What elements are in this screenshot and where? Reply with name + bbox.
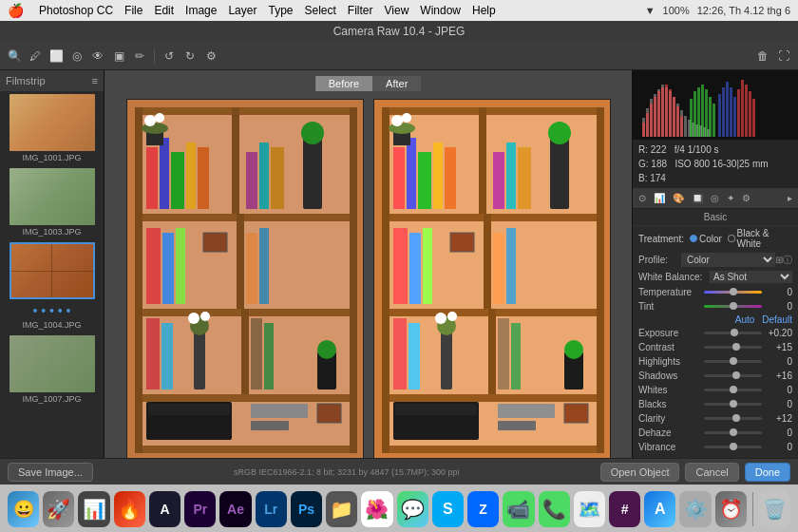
fullscreen-icon[interactable]: ⛶ [775, 48, 792, 65]
dock-launchpad[interactable]: 🚀 [43, 491, 74, 527]
dock-facetime[interactable]: 📹 [503, 491, 534, 527]
menu-edit[interactable]: Edit [154, 4, 174, 17]
dock-finder[interactable]: 😀 [8, 491, 39, 527]
vibrance-thumb[interactable] [730, 443, 737, 450]
panel-icon-effects[interactable]: ✦ [725, 191, 736, 205]
panel-icon-calibration[interactable]: ⚙ [740, 191, 752, 205]
tint-slider[interactable] [704, 305, 762, 308]
dock-maps[interactable]: 🗺️ [574, 491, 605, 527]
treatment-color-radio[interactable] [690, 235, 697, 242]
dock-aftereffects[interactable]: Ae [219, 491, 251, 527]
panel-collapse-icon[interactable]: ▸ [786, 191, 794, 205]
highlights-slider[interactable] [704, 360, 762, 363]
gradient-tool[interactable]: ▣ [110, 48, 127, 65]
default-button[interactable]: Default [762, 314, 792, 325]
blacks-thumb[interactable] [730, 400, 737, 408]
crop-tool[interactable]: ⬜ [48, 48, 65, 65]
cancel-button[interactable]: Cancel [685, 463, 738, 482]
svg-rect-130 [694, 91, 696, 137]
zoom-tool[interactable]: 🔍 [6, 48, 23, 65]
whites-slider[interactable] [704, 389, 762, 391]
open-object-button[interactable]: Open Object [600, 463, 680, 482]
profile-info-icon[interactable]: ⓘ [783, 254, 792, 267]
dock-premiere[interactable]: Pr [184, 491, 216, 527]
panel-icon-curves[interactable]: 📊 [652, 191, 667, 205]
vibrance-slider[interactable] [704, 446, 762, 448]
profile-select[interactable]: Color [681, 253, 775, 267]
settings-icon[interactable]: ⚙ [202, 48, 219, 65]
dock-files[interactable]: 📁 [326, 491, 357, 527]
menu-layer[interactable]: Layer [228, 4, 256, 17]
apple-menu[interactable]: 🍎 [8, 3, 24, 18]
dock-photoshop[interactable]: Ps [291, 491, 322, 527]
dock-messages[interactable]: 💬 [397, 491, 428, 527]
contrast-slider[interactable] [704, 346, 762, 349]
done-button[interactable]: Done [745, 463, 790, 482]
menu-type[interactable]: Type [268, 4, 293, 17]
dock-unknown1[interactable]: 🔥 [114, 491, 145, 527]
treatment-bw-option[interactable]: Black & White [728, 228, 792, 249]
treatment-color-option[interactable]: Color [690, 234, 722, 244]
menu-photoshop[interactable]: Photoshop CC [39, 4, 113, 17]
panel-icon-hsl[interactable]: 🎨 [671, 191, 686, 205]
dock-affinity[interactable]: A [149, 491, 180, 527]
profile-browse-icon[interactable]: ⊞ [775, 255, 783, 265]
dehaze-thumb[interactable] [730, 428, 737, 436]
clarity-thumb[interactable] [732, 414, 740, 422]
wb-select[interactable]: As Shot [710, 271, 792, 283]
exposure-slider[interactable] [704, 332, 762, 334]
shadows-slider[interactable] [704, 374, 762, 377]
blacks-slider[interactable] [704, 403, 762, 406]
dock-timemachine[interactable]: ⏰ [715, 491, 747, 527]
rotate-cw[interactable]: ↻ [181, 48, 199, 65]
dock-zalo[interactable]: Z [467, 491, 499, 527]
brush-tool[interactable]: ✏ [131, 48, 148, 65]
film-item-1007[interactable]: IMG_1007.JPG [0, 332, 104, 407]
menu-window[interactable]: Window [420, 4, 461, 17]
highlights-thumb[interactable] [730, 357, 737, 365]
dock-appstore[interactable]: A [644, 491, 675, 527]
dock-slack[interactable]: # [609, 491, 640, 527]
dock-phone[interactable]: 📞 [539, 491, 570, 527]
temperature-thumb[interactable] [730, 288, 737, 295]
film-item-1003[interactable]: IMG_1003.JPG [0, 165, 104, 239]
dock-activity[interactable]: 📊 [78, 491, 109, 527]
panel-icon-detail[interactable]: 🔲 [690, 191, 705, 205]
svg-rect-7 [135, 107, 142, 453]
menu-filter[interactable]: Filter [348, 4, 373, 17]
trash-icon[interactable]: 🗑 [754, 48, 771, 65]
clarity-slider[interactable] [704, 417, 762, 420]
dehaze-slider[interactable] [704, 431, 762, 434]
panel-icon-lens[interactable]: ◎ [709, 191, 721, 205]
before-button[interactable]: Before [315, 76, 372, 91]
save-image-button[interactable]: Save Image... [8, 463, 93, 482]
dock-sysprefs[interactable]: ⚙️ [679, 491, 711, 527]
after-button[interactable]: After [372, 76, 421, 91]
menu-image[interactable]: Image [185, 4, 217, 17]
shadows-thumb[interactable] [732, 371, 740, 379]
dock-photos[interactable]: 🌺 [361, 491, 392, 527]
contrast-thumb[interactable] [732, 343, 740, 351]
heal-tool[interactable]: ◎ [68, 48, 86, 65]
treatment-bw-radio[interactable] [728, 235, 735, 242]
dock-skype[interactable]: S [432, 491, 464, 527]
dock-lightroom[interactable]: Lr [256, 491, 287, 527]
temperature-slider[interactable] [704, 291, 762, 294]
whites-thumb[interactable] [730, 386, 737, 393]
dock-trash[interactable]: 🗑️ [759, 491, 790, 527]
filmstrip-close-icon[interactable]: ≡ [92, 75, 98, 86]
menu-view[interactable]: View [385, 4, 409, 17]
panel-icon-basic[interactable]: ⊙ [636, 191, 648, 205]
tint-thumb[interactable] [730, 302, 737, 310]
auto-button[interactable]: Auto [735, 314, 755, 325]
redeye-tool[interactable]: 👁 [89, 48, 106, 65]
menu-file[interactable]: File [124, 4, 142, 17]
rotate-ccw[interactable]: ↺ [161, 48, 178, 65]
film-item-1004[interactable]: • • • • • IMG_1004.JPG [0, 239, 104, 332]
exposure-thumb[interactable] [731, 329, 738, 336]
film-item-1001[interactable]: IMG_1001.JPG [0, 91, 104, 165]
white-balance-tool[interactable]: 🖊 [27, 48, 44, 65]
menu-select[interactable]: Select [304, 4, 335, 17]
menu-help[interactable]: Help [472, 4, 496, 17]
svg-rect-92 [498, 421, 536, 430]
